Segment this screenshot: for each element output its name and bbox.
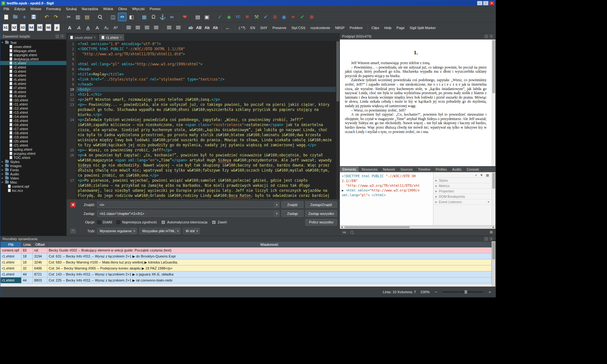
column-header-linia[interactable]: Linia: [21, 242, 33, 247]
preview-scrollbar-thumb[interactable]: [492, 40, 495, 93]
validation-row[interactable]: r1.xhtml448803Col: 225 -- Becky Info #01…: [1, 277, 492, 283]
ordered-list-icon[interactable]: [165, 23, 173, 32]
menu-wtyczki[interactable]: Wtyczki: [130, 7, 147, 11]
toolbar-button-clips[interactable]: Clips: [369, 24, 381, 32]
globe-plugin-icon[interactable]: ◉: [280, 13, 288, 21]
open-file-icon[interactable]: [11, 13, 20, 21]
toolbar-button-styl-css[interactable]: Styl CSS: [289, 24, 308, 32]
inspector-section-styles[interactable]: ▶Styles: [433, 178, 492, 183]
validation-row[interactable]: r1.xhtml183194Col: 631 -- Becky Info #01…: [1, 253, 492, 259]
insert-id-anchor-icon[interactable]: ⚓: [158, 13, 167, 21]
inspector-tab-network[interactable]: Network: [380, 167, 398, 172]
copy-icon[interactable]: ▥: [74, 13, 82, 21]
find-close-button[interactable]: ✕: [70, 202, 76, 208]
menu-plik[interactable]: Plik: [1, 7, 12, 11]
expand-arrow-icon[interactable]: ▸: [1, 181, 4, 184]
new-style-rule-icon[interactable]: +: [475, 173, 477, 177]
inspector-section-metrics[interactable]: ▶Metrics: [433, 183, 492, 189]
cut-icon[interactable]: ✂: [64, 13, 73, 21]
float-panel-icon[interactable]: ▢: [484, 34, 488, 38]
tree-item-audio[interactable]: ▸Audio: [0, 172, 66, 176]
inspector-hscroll-thumb[interactable]: [344, 226, 410, 228]
menu-okno[interactable]: Okno: [116, 7, 130, 11]
inspector-hscrollbar[interactable]: ◀ ▶: [340, 225, 495, 229]
inspector-tab-console[interactable]: Console: [464, 167, 482, 172]
insert-link-icon[interactable]: ∞: [168, 13, 176, 21]
toolbar-button-.[interactable]: (.*?): [236, 24, 248, 32]
expand-arrow-icon[interactable]: ▸: [1, 173, 4, 175]
filter-icon[interactable]: ▼: [487, 201, 490, 203]
unordered-list-icon[interactable]: [174, 23, 182, 32]
editor-scrollbar[interactable]: [336, 41, 340, 199]
underline-icon[interactable]: A: [84, 23, 92, 32]
expand-arrow-icon[interactable]: ▾: [1, 41, 4, 44]
validation-row[interactable]: r1.xhtml326496Col: 34 -- Becky Warning #…: [1, 265, 492, 271]
toolbar-button-help[interactable]: Help: [382, 24, 394, 32]
special-character-icon[interactable]: Ω: [149, 13, 158, 21]
menu-wstaw[interactable]: Wstaw: [28, 7, 44, 11]
tree-item-titlepage.xhtml[interactable]: titlepage.xhtml: [0, 49, 66, 53]
metadata-editor-icon[interactable]: ▤: [193, 13, 202, 21]
expand-arrow-icon[interactable]: ▸: [1, 168, 4, 171]
float-panel-icon[interactable]: ▢: [55, 34, 59, 38]
insert-file-icon[interactable]: ▦: [140, 13, 149, 21]
tree-item-r10.xhtml[interactable]: r10.xhtml: [0, 98, 66, 102]
checkbox-automatyczna-tokenizacja[interactable]: ✓: [161, 220, 165, 224]
code-line-7[interactable]: 7<title>Replay</title>: [67, 72, 336, 77]
heading-h4-button[interactable]: h4: [28, 23, 35, 32]
paste-icon[interactable]: ▤: [83, 13, 91, 21]
code-line-11[interactable]: 11<h1>1.</h1>: [67, 92, 336, 97]
tree-item-copyright.xhtml[interactable]: copyright.xhtml: [0, 53, 66, 57]
inspector-tab-audits[interactable]: Audits: [450, 167, 464, 172]
inspector-tab-profiles[interactable]: Profiles: [433, 167, 450, 172]
replace-button[interactable]: Zastąp: [281, 210, 304, 217]
validation-row[interactable]: r1.xhtml448721Col: 143 -- Becky Info #01…: [1, 271, 492, 277]
chevron-down-icon[interactable]: ▾: [274, 202, 279, 208]
replace-input[interactable]: <h1 class="chapter">\1</h1> ▾: [97, 210, 279, 217]
mend-code-icon[interactable]: ◆: [225, 13, 233, 21]
mode-select-1[interactable]: Wszystkie pliki HTML▾: [139, 228, 181, 234]
save-icon[interactable]: [29, 13, 38, 21]
er-plugin-icon[interactable]: er: [289, 13, 297, 21]
code-line-12[interactable]: 12<p>Jeff Winston umarł, rozmawiając prz…: [67, 97, 336, 102]
tree-item-r2.xhtml[interactable]: r2.xhtml: [0, 65, 66, 69]
menu-narzędzia[interactable]: Narzędzia: [79, 7, 101, 11]
heading-h1-button[interactable]: h1: [2, 23, 9, 32]
tree-item-r18.xhtml[interactable]: r18.xhtml: [0, 131, 66, 135]
superscript-icon[interactable]: A²: [111, 23, 120, 32]
new-file-icon[interactable]: [2, 13, 10, 21]
chevron-down-icon[interactable]: ▾: [132, 228, 137, 234]
preview-scrollbar[interactable]: [492, 39, 495, 166]
tree-item-epilog.xhtml[interactable]: epilog.xhtml: [0, 147, 66, 151]
back-icon[interactable]: ←: [224, 23, 232, 32]
close-panel-icon[interactable]: ×: [489, 34, 493, 38]
results-scrollbar[interactable]: [492, 241, 495, 287]
bold-icon[interactable]: A: [65, 23, 74, 32]
code-line-5[interactable]: 5<html xml:lang="pl" xmlns="http://www.w…: [67, 62, 336, 67]
align-justify-icon[interactable]: [152, 23, 160, 32]
find-input[interactable]: <i> ▾: [97, 202, 279, 208]
toolbar-button-problem[interactable]: Problem: [347, 24, 365, 32]
expand-arrow-icon[interactable]: ▸: [1, 160, 4, 163]
toc-editor-icon[interactable]: ▣: [203, 13, 211, 21]
tab-r1.xhtml[interactable]: r1.xhtml×: [99, 34, 125, 41]
tree-item-r14.xhtml[interactable]: r14.xhtml: [0, 114, 66, 118]
menu-formatuj[interactable]: Formatuj: [44, 7, 63, 11]
toolbar-button-nbsp[interactable]: NBSP: [333, 24, 347, 32]
align-left-icon[interactable]: [124, 23, 133, 32]
code-line-17[interactable]: 17<p>Po pierwsze, powinni wyjechać, powi…: [67, 178, 336, 199]
tree-item-dedykacja.xhtml[interactable]: dedykacja.xhtml: [0, 57, 66, 61]
tree-item-r8.xhtml[interactable]: r8.xhtml: [0, 90, 66, 94]
option-najmniejsza-zgodność[interactable]: Najmniejsza zgodność: [116, 220, 157, 224]
becky-plugin-icon[interactable]: B!: [243, 13, 252, 21]
tree-item-content.opf[interactable]: content.opf: [0, 184, 66, 188]
heading-h5-button[interactable]: h5: [36, 23, 44, 32]
close-panel-icon[interactable]: ×: [489, 237, 493, 241]
close-panel-icon[interactable]: ×: [60, 34, 64, 38]
validation-row[interactable]: r1.xhtml183246Col: 683 -- Becky Warning …: [1, 259, 492, 265]
code-view-icon[interactable]: <>: [118, 13, 126, 21]
maximize-button[interactable]: □: [483, 1, 488, 5]
tree-item-video[interactable]: ▸Video: [0, 176, 66, 180]
heading-h3-button[interactable]: h3: [19, 23, 27, 32]
book-view-icon[interactable]: ◫: [109, 13, 117, 21]
